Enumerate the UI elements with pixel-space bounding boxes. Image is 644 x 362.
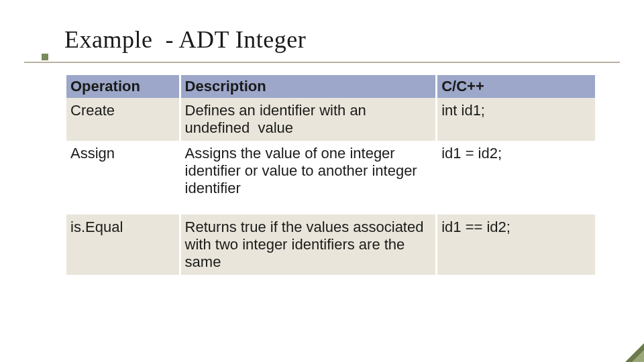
cell-description: Returns true if the values associated wi… <box>180 215 437 275</box>
adt-table: Operation Description C/C++ Create Defin… <box>64 75 597 275</box>
slide: Example - ADT Integer Operation Descript… <box>0 0 644 362</box>
title-container: Example - ADT Integer <box>0 25 644 59</box>
table-container: Operation Description C/C++ Create Defin… <box>0 63 644 275</box>
table-row: Assign Assigns the value of one integer … <box>66 141 596 201</box>
cell-ccpp: id1 == id2; <box>437 215 596 275</box>
slide-title: Example - ADT Integer <box>64 25 644 54</box>
cell-description: Defines an identifier with an undefined … <box>180 98 437 141</box>
cell-operation: is.Equal <box>66 215 180 275</box>
cell-ccpp: id1 = id2; <box>437 141 596 201</box>
header-operation: Operation <box>66 75 180 98</box>
table-header-row: Operation Description C/C++ <box>66 75 596 98</box>
table-row: is.Equal Returns true if the values asso… <box>66 215 596 275</box>
corner-accent-icon <box>625 343 644 362</box>
cell-operation: Create <box>66 98 180 141</box>
table-row: Create Defines an identifier with an und… <box>66 98 596 141</box>
header-description: Description <box>180 75 437 98</box>
header-ccpp: C/C++ <box>437 75 596 98</box>
title-bullet-icon <box>42 54 48 60</box>
cell-ccpp: int id1; <box>437 98 596 141</box>
cell-operation: Assign <box>66 141 180 201</box>
table-spacer <box>66 201 596 215</box>
cell-description: Assigns the value of one integer identif… <box>180 141 437 201</box>
